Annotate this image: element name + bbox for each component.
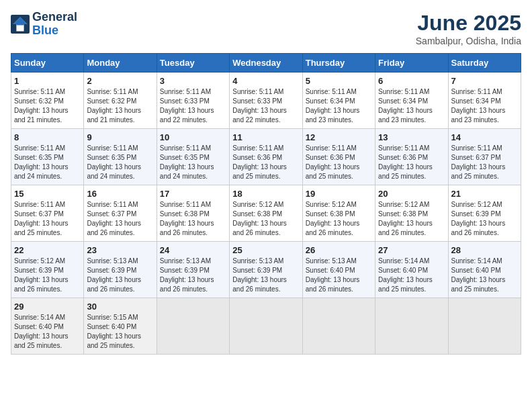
day-detail: Sunrise: 5:11 AMSunset: 6:32 PMDaylight:… bbox=[14, 88, 69, 124]
day-number: 24 bbox=[160, 245, 226, 255]
day-number: 5 bbox=[306, 76, 372, 86]
day-number: 11 bbox=[232, 132, 299, 142]
day-detail: Sunrise: 5:13 AMSunset: 6:39 PMDaylight:… bbox=[87, 257, 141, 293]
logo-blue: Blue bbox=[32, 24, 58, 37]
calendar-cell: 17 Sunrise: 5:11 AMSunset: 6:38 PMDaylig… bbox=[157, 185, 229, 242]
week-row-3: 15 Sunrise: 5:11 AMSunset: 6:37 PMDaylig… bbox=[11, 185, 521, 242]
day-detail: Sunrise: 5:11 AMSunset: 6:37 PMDaylight:… bbox=[451, 144, 506, 180]
calendar-cell: 23 Sunrise: 5:13 AMSunset: 6:39 PMDaylig… bbox=[84, 242, 157, 298]
header-wednesday: Wednesday bbox=[230, 54, 302, 73]
day-number: 14 bbox=[451, 132, 518, 142]
weekday-header-row: SundayMondayTuesdayWednesdayThursdayFrid… bbox=[11, 54, 521, 73]
day-number: 23 bbox=[87, 245, 153, 255]
calendar-cell: 8 Sunrise: 5:11 AMSunset: 6:35 PMDayligh… bbox=[11, 129, 84, 185]
day-detail: Sunrise: 5:12 AMSunset: 6:38 PMDaylight:… bbox=[232, 201, 287, 236]
day-number: 27 bbox=[378, 245, 445, 255]
calendar-cell: 3 Sunrise: 5:11 AMSunset: 6:33 PMDayligh… bbox=[157, 73, 229, 129]
calendar-cell: 2 Sunrise: 5:11 AMSunset: 6:32 PMDayligh… bbox=[84, 73, 157, 129]
day-detail: Sunrise: 5:12 AMSunset: 6:38 PMDaylight:… bbox=[306, 201, 360, 236]
logo: General Blue bbox=[11, 11, 77, 38]
day-number: 25 bbox=[232, 245, 299, 255]
header-tuesday: Tuesday bbox=[157, 54, 229, 73]
day-number: 19 bbox=[306, 189, 372, 199]
calendar-cell: 22 Sunrise: 5:12 AMSunset: 6:39 PMDaylig… bbox=[11, 242, 84, 298]
day-detail: Sunrise: 5:14 AMSunset: 6:40 PMDaylight:… bbox=[378, 257, 433, 293]
calendar-cell: 6 Sunrise: 5:11 AMSunset: 6:34 PMDayligh… bbox=[375, 73, 448, 129]
calendar-cell: 16 Sunrise: 5:11 AMSunset: 6:37 PMDaylig… bbox=[84, 185, 157, 242]
day-detail: Sunrise: 5:12 AMSunset: 6:39 PMDaylight:… bbox=[14, 257, 69, 293]
day-number: 28 bbox=[451, 245, 518, 255]
day-detail: Sunrise: 5:11 AMSunset: 6:34 PMDaylight:… bbox=[378, 88, 433, 124]
calendar-cell bbox=[302, 298, 375, 355]
day-detail: Sunrise: 5:11 AMSunset: 6:36 PMDaylight:… bbox=[306, 144, 360, 180]
day-number: 30 bbox=[87, 302, 153, 312]
day-number: 22 bbox=[14, 245, 81, 255]
day-number: 17 bbox=[160, 189, 226, 199]
calendar-cell: 4 Sunrise: 5:11 AMSunset: 6:33 PMDayligh… bbox=[230, 73, 302, 129]
day-number: 7 bbox=[451, 76, 518, 86]
day-detail: Sunrise: 5:11 AMSunset: 6:37 PMDaylight:… bbox=[87, 201, 141, 236]
day-detail: Sunrise: 5:12 AMSunset: 6:38 PMDaylight:… bbox=[378, 201, 433, 236]
day-number: 1 bbox=[14, 76, 81, 86]
week-row-4: 22 Sunrise: 5:12 AMSunset: 6:39 PMDaylig… bbox=[11, 242, 521, 298]
calendar-cell: 30 Sunrise: 5:15 AMSunset: 6:40 PMDaylig… bbox=[84, 298, 157, 355]
day-detail: Sunrise: 5:11 AMSunset: 6:34 PMDaylight:… bbox=[451, 88, 506, 124]
day-detail: Sunrise: 5:13 AMSunset: 6:39 PMDaylight:… bbox=[160, 257, 214, 293]
calendar-cell: 10 Sunrise: 5:11 AMSunset: 6:35 PMDaylig… bbox=[157, 129, 229, 185]
day-detail: Sunrise: 5:11 AMSunset: 6:36 PMDaylight:… bbox=[378, 144, 433, 180]
calendar-cell: 15 Sunrise: 5:11 AMSunset: 6:37 PMDaylig… bbox=[11, 185, 84, 242]
calendar-cell: 19 Sunrise: 5:12 AMSunset: 6:38 PMDaylig… bbox=[302, 185, 375, 242]
day-detail: Sunrise: 5:11 AMSunset: 6:35 PMDaylight:… bbox=[160, 144, 214, 180]
day-number: 29 bbox=[14, 302, 81, 312]
day-detail: Sunrise: 5:11 AMSunset: 6:36 PMDaylight:… bbox=[232, 144, 287, 180]
calendar-cell: 11 Sunrise: 5:11 AMSunset: 6:36 PMDaylig… bbox=[230, 129, 302, 185]
day-detail: Sunrise: 5:15 AMSunset: 6:40 PMDaylight:… bbox=[87, 314, 141, 349]
week-row-1: 1 Sunrise: 5:11 AMSunset: 6:32 PMDayligh… bbox=[11, 73, 521, 129]
header-monday: Monday bbox=[84, 54, 157, 73]
calendar-cell bbox=[157, 298, 229, 355]
page-header: General Blue June 2025 Sambalpur, Odisha… bbox=[11, 11, 521, 46]
calendar-cell: 24 Sunrise: 5:13 AMSunset: 6:39 PMDaylig… bbox=[157, 242, 229, 298]
day-number: 20 bbox=[378, 189, 445, 199]
week-row-5: 29 Sunrise: 5:14 AMSunset: 6:40 PMDaylig… bbox=[11, 298, 521, 355]
logo-general: General bbox=[32, 10, 77, 24]
day-detail: Sunrise: 5:13 AMSunset: 6:40 PMDaylight:… bbox=[306, 257, 360, 293]
week-row-2: 8 Sunrise: 5:11 AMSunset: 6:35 PMDayligh… bbox=[11, 129, 521, 185]
day-number: 16 bbox=[87, 189, 153, 199]
calendar-cell: 5 Sunrise: 5:11 AMSunset: 6:34 PMDayligh… bbox=[302, 73, 375, 129]
day-detail: Sunrise: 5:11 AMSunset: 6:37 PMDaylight:… bbox=[14, 201, 69, 236]
day-number: 26 bbox=[306, 245, 372, 255]
calendar-cell: 21 Sunrise: 5:12 AMSunset: 6:39 PMDaylig… bbox=[448, 185, 521, 242]
calendar-cell: 1 Sunrise: 5:11 AMSunset: 6:32 PMDayligh… bbox=[11, 73, 84, 129]
day-number: 8 bbox=[14, 132, 81, 142]
calendar-cell: 26 Sunrise: 5:13 AMSunset: 6:40 PMDaylig… bbox=[302, 242, 375, 298]
logo-name: General Blue bbox=[32, 11, 77, 38]
day-detail: Sunrise: 5:14 AMSunset: 6:40 PMDaylight:… bbox=[451, 257, 506, 293]
day-detail: Sunrise: 5:11 AMSunset: 6:35 PMDaylight:… bbox=[87, 144, 141, 180]
day-number: 10 bbox=[160, 132, 226, 142]
day-number: 9 bbox=[87, 132, 153, 142]
day-number: 6 bbox=[378, 76, 445, 86]
calendar-cell: 27 Sunrise: 5:14 AMSunset: 6:40 PMDaylig… bbox=[375, 242, 448, 298]
day-number: 4 bbox=[232, 76, 299, 86]
calendar-cell: 12 Sunrise: 5:11 AMSunset: 6:36 PMDaylig… bbox=[302, 129, 375, 185]
month-year-heading: June 2025 bbox=[416, 11, 521, 36]
calendar-cell: 29 Sunrise: 5:14 AMSunset: 6:40 PMDaylig… bbox=[11, 298, 84, 355]
day-detail: Sunrise: 5:11 AMSunset: 6:32 PMDaylight:… bbox=[87, 88, 141, 124]
calendar-cell bbox=[230, 298, 302, 355]
day-detail: Sunrise: 5:11 AMSunset: 6:38 PMDaylight:… bbox=[160, 201, 214, 236]
header-saturday: Saturday bbox=[448, 54, 521, 73]
calendar-cell bbox=[448, 298, 521, 355]
day-number: 2 bbox=[87, 76, 153, 86]
calendar-cell: 28 Sunrise: 5:14 AMSunset: 6:40 PMDaylig… bbox=[448, 242, 521, 298]
logo-icon bbox=[11, 15, 30, 34]
calendar-title: June 2025 Sambalpur, Odisha, India bbox=[416, 11, 521, 46]
day-detail: Sunrise: 5:13 AMSunset: 6:39 PMDaylight:… bbox=[232, 257, 287, 293]
day-detail: Sunrise: 5:12 AMSunset: 6:39 PMDaylight:… bbox=[451, 201, 506, 236]
location-label: Sambalpur, Odisha, India bbox=[416, 36, 521, 46]
calendar-cell: 7 Sunrise: 5:11 AMSunset: 6:34 PMDayligh… bbox=[448, 73, 521, 129]
calendar-cell: 25 Sunrise: 5:13 AMSunset: 6:39 PMDaylig… bbox=[230, 242, 302, 298]
header-thursday: Thursday bbox=[302, 54, 375, 73]
header-friday: Friday bbox=[375, 54, 448, 73]
day-number: 18 bbox=[232, 189, 299, 199]
